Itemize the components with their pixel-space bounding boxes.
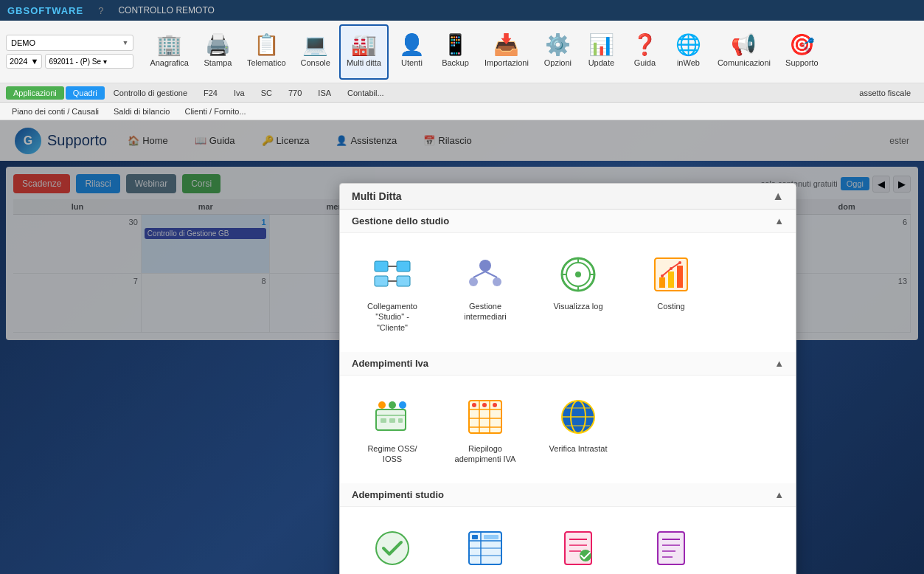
comunicazioni-label: Comunicazioni <box>718 58 771 68</box>
backup-icon: 📱 <box>442 35 468 55</box>
multiditta-dropdown: Multi Ditta ▲ Gestione dello studio ▲ <box>339 183 796 574</box>
item-gestione-intermediari[interactable]: Gestione intermediari <box>445 245 526 340</box>
stampa-label: Stampa <box>204 58 232 68</box>
top-sep: ? <box>98 5 103 16</box>
panel-close[interactable]: ▲ <box>772 190 784 203</box>
year-dropdown[interactable]: 2024 ▼ <box>6 54 42 69</box>
inweb-button[interactable]: 🌐 inWeb <box>668 24 709 80</box>
telematico-button[interactable]: 📋 Telematico <box>241 24 292 80</box>
year-account-row: 2024 ▼ 692011 - (P) Se ▾ <box>6 54 133 69</box>
svg-point-23 <box>670 267 673 270</box>
item-verifica-regime[interactable]: Verifica regime forfetario <box>352 519 433 574</box>
guida-button[interactable]: ❓ Guida <box>625 24 665 80</box>
svg-rect-31 <box>389 418 395 423</box>
tab-contabil[interactable]: Contabil... <box>340 86 392 100</box>
section-iva-items: Regime OSS/ IOSS Riep <box>340 376 796 484</box>
svg-rect-1 <box>397 261 410 272</box>
svg-rect-54 <box>472 535 478 539</box>
tab-assetto[interactable]: assetto fiscale <box>852 86 918 100</box>
tab-770[interactable]: 770 <box>281 86 309 100</box>
svg-line-10 <box>485 272 497 277</box>
importazioni-label: Importazioni <box>484 58 529 68</box>
nav-tabs-row1: Applicazioni Quadri Controllo di gestion… <box>0 83 924 103</box>
item-riepilogo-iva[interactable]: Riepilogo adempimenti IVA <box>445 387 526 472</box>
demo-dropdown[interactable]: DEMO ▼ <box>6 35 133 51</box>
guida-label: Guida <box>634 58 656 68</box>
item-stato-dichiarazioni[interactable]: Stato dichiarazioni <box>631 519 712 574</box>
tab-quadri[interactable]: Quadri <box>66 86 105 100</box>
main-area: G Supporto 🏠 Home 📖 Guida 🔑 Licenza 👤 As… <box>0 120 924 574</box>
svg-rect-32 <box>398 418 403 423</box>
tab2-clienti1[interactable]: Clienti / Fornito... <box>178 106 251 117</box>
tab2-piano[interactable]: Piano dei conti / Causali <box>6 106 105 117</box>
account-label: 692011 - (P) Se ▾ <box>49 58 106 66</box>
tab-iva[interactable]: Iva <box>226 86 252 100</box>
costing-icon <box>649 252 693 297</box>
section-gestione-collapse[interactable]: ▲ <box>774 215 784 227</box>
opzioni-icon: ⚙️ <box>545 35 571 55</box>
tab-controllo[interactable]: Controllo di gestione <box>106 86 195 100</box>
tab-applicazioni[interactable]: Applicazioni <box>6 86 64 100</box>
section-studio-items: Verifica regime forfetario Saldi contabi… <box>340 507 796 574</box>
svg-rect-55 <box>484 535 499 539</box>
visualizza-log-label: Visualizza log <box>553 301 602 311</box>
comunicazioni-button[interactable]: 📢 Comunicazioni <box>712 24 777 80</box>
inweb-icon: 🌐 <box>675 35 701 55</box>
tab-isa[interactable]: ISA <box>310 86 338 100</box>
importazioni-button[interactable]: 📥 Importazioni <box>479 24 535 80</box>
stampa-button[interactable]: 🖨️ Stampa <box>198 24 238 80</box>
svg-point-7 <box>469 277 478 286</box>
item-collegamento[interactable]: Collegamento "Studio" - "Cliente" <box>352 245 433 340</box>
update-label: Update <box>588 58 614 68</box>
section-studio-collapse[interactable]: ▲ <box>774 489 784 500</box>
svg-point-6 <box>479 260 491 272</box>
svg-rect-21 <box>677 266 683 288</box>
item-riepilogo-impegno[interactable]: Riepilogo impegno e consegna <box>538 519 619 574</box>
item-costing[interactable]: Costing <box>631 245 712 340</box>
item-verifica-intrastat[interactable]: Verifica Intrastat <box>538 387 619 472</box>
top-bar: GBSOFTWARE ? CONTROLLO REMOTO <box>0 0 924 21</box>
tab-sc[interactable]: SC <box>254 86 279 100</box>
anagrafica-button[interactable]: 🏢 Anagrafica <box>144 24 195 80</box>
section-iva-collapse[interactable]: ▲ <box>774 358 784 369</box>
item-regime-oss[interactable]: Regime OSS/ IOSS <box>352 387 433 472</box>
toolbar: DEMO ▼ 2024 ▼ 692011 - (P) Se ▾ 🏢 Anagra… <box>0 21 924 83</box>
demo-label: DEMO <box>11 38 35 47</box>
nav-tabs-row2: Piano dei conti / Causali Saldi di bilan… <box>0 103 924 120</box>
riepilogo-impegno-icon <box>556 526 600 570</box>
saldi-contabili-icon <box>463 526 507 570</box>
section-studio-title: Adempimenti studio <box>352 489 444 500</box>
regime-oss-label: Regime OSS/ IOSS <box>359 443 425 465</box>
utenti-button[interactable]: 👤 Utenti <box>392 24 432 80</box>
riepilogo-iva-icon <box>463 395 507 439</box>
svg-point-48 <box>376 532 409 564</box>
demo-arrow: ▼ <box>122 39 128 46</box>
item-saldi-contabili[interactable]: Saldi contabili multiditta <box>445 519 526 574</box>
supporto-button[interactable]: 🎯 Supporto <box>779 24 824 80</box>
collegamento-icon <box>370 252 414 297</box>
section-gestione-header: Gestione dello studio ▲ <box>340 210 796 233</box>
tab-f24[interactable]: F24 <box>196 86 225 100</box>
gestione-intermediari-label: Gestione intermediari <box>452 301 518 322</box>
account-dropdown[interactable]: 692011 - (P) Se ▾ <box>45 54 133 69</box>
demo-selector: DEMO ▼ 2024 ▼ 692011 - (P) Se ▾ <box>6 35 133 69</box>
anagrafica-icon: 🏢 <box>156 35 182 55</box>
utenti-icon: 👤 <box>399 35 425 55</box>
verifica-regime-icon <box>370 526 414 570</box>
console-button[interactable]: 💻 Console <box>295 24 336 80</box>
svg-rect-19 <box>659 277 665 288</box>
utenti-label: Utenti <box>401 58 423 68</box>
svg-rect-20 <box>668 272 674 288</box>
tab2-saldi[interactable]: Saldi di bilancio <box>108 106 176 117</box>
opzioni-button[interactable]: ⚙️ Opzioni <box>538 24 578 80</box>
svg-point-26 <box>378 401 386 409</box>
multiditta-label: Multi ditta <box>347 58 381 68</box>
comunicazioni-icon: 📢 <box>731 35 757 55</box>
year-arrow: ▼ <box>30 57 38 66</box>
backup-button[interactable]: 📱 Backup <box>435 24 476 80</box>
multiditta-button[interactable]: 🏭 Multi ditta <box>339 24 389 80</box>
update-button[interactable]: 📊 Update <box>581 24 622 80</box>
remote-control-label: CONTROLLO REMOTO <box>118 5 214 15</box>
visualizza-log-icon <box>556 252 600 297</box>
item-visualizza-log[interactable]: Visualizza log <box>538 245 619 340</box>
